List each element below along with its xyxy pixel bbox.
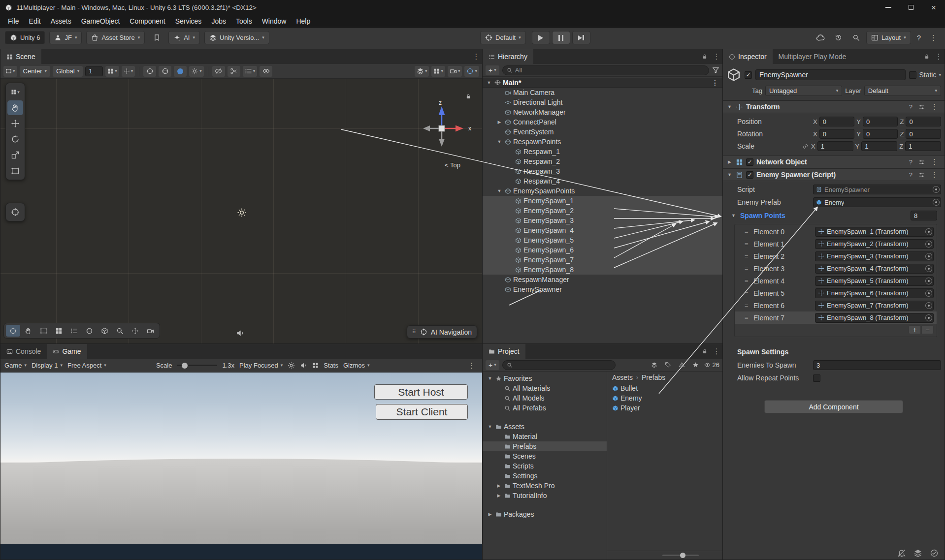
position-y-field[interactable] [863, 117, 898, 126]
array-size-field[interactable] [911, 211, 937, 220]
scene-audio-icon[interactable] [236, 329, 245, 338]
notifications-muted-icon[interactable] [897, 549, 906, 558]
hierarchy-item-eventsystem[interactable]: EventSystem [483, 127, 722, 137]
rotation-x-field[interactable] [819, 129, 855, 139]
hierarchy-item-enemyspawn-6[interactable]: EnemySpawn_6 [483, 245, 722, 255]
hierarchy-item-respawn-1[interactable]: Respawn_1 [483, 147, 722, 156]
foldout-closed-icon[interactable]: ▶ [726, 159, 733, 164]
hierarchy-add-button[interactable]: +▾ [486, 65, 499, 75]
network-object-enabled-checkbox[interactable] [746, 158, 753, 166]
project-add-button[interactable]: +▾ [486, 360, 499, 370]
menu-gameobject[interactable]: GameObject [76, 17, 125, 25]
scale-z-field[interactable] [905, 141, 941, 151]
enemies-to-spawn-field[interactable] [813, 360, 941, 370]
scene-camera-visibility[interactable] [260, 66, 272, 77]
reorder-handle-icon[interactable]: = [745, 302, 751, 309]
menu-file[interactable]: File [3, 17, 24, 25]
asset-store-dropdown[interactable]: Asset Store▾ [86, 31, 145, 44]
enemy-spawner-enabled-checkbox[interactable] [746, 171, 753, 179]
scene-viewport[interactable]: ▾ [0, 79, 482, 343]
pivot-mode-dropdown[interactable]: Center▾ [20, 66, 51, 77]
constrain-proportions-link-icon[interactable] [802, 143, 809, 150]
scene-zoom-button[interactable] [113, 325, 127, 337]
object-picker-icon[interactable] [925, 241, 932, 248]
project-file-player[interactable]: Player [607, 403, 722, 413]
scene-menu-kebab-icon[interactable]: ⋮ [470, 49, 482, 64]
hierarchy-item-respawn-3[interactable]: Respawn_3 [483, 166, 722, 176]
reorder-handle-icon[interactable]: = [745, 228, 751, 235]
scale-x-field[interactable] [817, 141, 853, 151]
project-file-bullet[interactable]: Bullet [607, 383, 722, 393]
aspect-dropdown[interactable]: Free Aspect▾ [67, 362, 151, 369]
search-button[interactable] [848, 31, 863, 44]
hierarchy-item-enemyspawn-7[interactable]: EnemySpawn_7 [483, 255, 722, 265]
foldout-closed-icon[interactable]: ▶ [495, 483, 502, 488]
enemy-spawner-header[interactable]: ▼ Enemy Spawner (Script) ? ⋮ [723, 168, 945, 181]
spawn-element-5[interactable]: =Element 5EnemySpawn_6 (Transform) [735, 287, 937, 299]
scene-cutter-toggle[interactable] [228, 66, 240, 77]
maximize-button[interactable] [900, 0, 922, 15]
hierarchy-item-respawn-2[interactable]: Respawn_2 [483, 156, 722, 166]
spawn-element-0[interactable]: =Element 0EnemySpawn_1 (Transform) [735, 225, 937, 238]
hierarchy-search[interactable] [502, 65, 709, 75]
tab-scene[interactable]: Scene [0, 49, 41, 64]
foldout-open-icon[interactable]: ▼ [726, 172, 733, 177]
tool-settings-dropdown[interactable]: ▾ [3, 66, 17, 77]
hierarchy-item-connectpanel[interactable]: ▶ConnectPanel [483, 117, 722, 127]
gizmo-view-label[interactable]: < Top [445, 161, 460, 169]
project-search-input[interactable] [515, 361, 611, 369]
project-warning-icon[interactable] [677, 362, 687, 368]
object-picker-icon[interactable] [933, 199, 940, 206]
allow-repeat-checkbox[interactable] [813, 374, 820, 382]
foldout-open-icon[interactable]: ▼ [496, 188, 503, 193]
spawn-element-7[interactable]: =Element 7EnemySpawn_8 (Transform) [735, 311, 937, 324]
foldout-open-icon[interactable]: ▼ [731, 213, 738, 218]
hierarchy-item-enemyspawn-5[interactable]: EnemySpawn_5 [483, 235, 722, 245]
project-asset-filter-icon[interactable] [649, 362, 660, 368]
scene-orientation-gizmo[interactable]: z x [414, 102, 469, 157]
object-picker-icon[interactable] [925, 290, 932, 297]
hierarchy-item-networkmanager[interactable]: NetworkManager [483, 107, 722, 117]
start-client-button[interactable]: Start Client [376, 404, 468, 420]
object-picker-icon[interactable] [925, 278, 932, 284]
stats-button[interactable]: Stats [324, 362, 338, 369]
project-folder-scripts[interactable]: Scripts [483, 461, 607, 471]
preset-icon[interactable] [918, 172, 925, 178]
project-lock-icon[interactable] [699, 344, 711, 359]
element-object-field[interactable]: EnemySpawn_1 (Transform) [815, 227, 934, 237]
object-picker-icon[interactable] [925, 314, 932, 321]
layer-dropdown[interactable]: Default▾ [864, 86, 941, 96]
foldout-closed-icon[interactable]: ▶ [495, 493, 502, 498]
scene-shading-button[interactable] [82, 325, 97, 337]
hierarchy-item-directional-light[interactable]: Directional Light [483, 97, 722, 107]
game-metrics-toggle-icon[interactable] [312, 362, 319, 369]
hierarchy-item-enemyspawn-3[interactable]: EnemySpawn_3 [483, 216, 722, 225]
cloud-button[interactable] [813, 31, 828, 44]
help-icon[interactable]: ? [906, 171, 915, 179]
gizmos-dropdown[interactable]: Gizmos▾ [343, 362, 370, 369]
object-picker-icon[interactable] [925, 253, 932, 260]
script-object-field[interactable]: EnemySpawner [813, 185, 941, 194]
scene-metrics-button[interactable] [52, 325, 66, 337]
spawn-element-6[interactable]: =Element 6EnemySpawn_7 (Transform) [735, 299, 937, 311]
tab-game[interactable]: Game [47, 344, 87, 359]
help-button[interactable]: ? [914, 33, 924, 42]
rect-tool-button[interactable] [7, 163, 23, 178]
element-object-field[interactable]: EnemySpawn_5 (Transform) [815, 276, 934, 286]
scale-tool-button[interactable] [7, 148, 23, 162]
component-kebab-icon[interactable]: ⋮ [928, 102, 941, 111]
rotation-z-field[interactable] [906, 129, 941, 139]
project-favorites-icon[interactable] [690, 362, 701, 368]
preset-icon[interactable] [918, 159, 925, 165]
hierarchy-item-respawn-4[interactable]: Respawn_4 [483, 176, 722, 186]
foldout-open-icon[interactable]: ▼ [487, 424, 493, 429]
transform-tool-button[interactable] [7, 205, 23, 219]
menu-window[interactable]: Window [257, 17, 292, 25]
render-doc-button[interactable] [143, 66, 156, 77]
reorder-handle-icon[interactable]: = [745, 289, 751, 297]
minimize-button[interactable] [877, 0, 900, 15]
gameobject-name-field[interactable] [755, 69, 906, 80]
project-kebab-icon[interactable]: ⋮ [711, 344, 722, 359]
hierarchy-item-enemyspawn-1[interactable]: EnemySpawn_1 [483, 196, 722, 206]
transform-component-header[interactable]: ▼ Transform ? ⋮ [723, 100, 945, 113]
